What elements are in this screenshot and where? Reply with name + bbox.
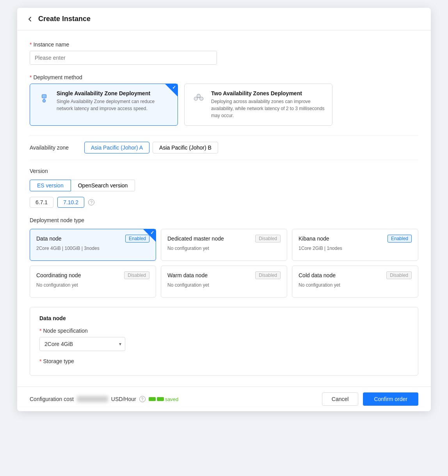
node-type-label: Deployment node type bbox=[30, 217, 418, 223]
cold-data-node-title: Cold data node bbox=[299, 272, 336, 278]
data-node-header: Data node Enabled bbox=[36, 235, 149, 242]
deployment-method-label: * Deployment method bbox=[30, 74, 418, 80]
page-title: Create Instance bbox=[38, 15, 91, 23]
availability-zone-row: Availability zone Asia Pacific (Johor) A… bbox=[30, 135, 418, 160]
es-version-tab[interactable]: ES version bbox=[30, 180, 71, 191]
opensearch-version-tab[interactable]: OpenSearch version bbox=[71, 180, 135, 191]
svg-rect-0 bbox=[42, 94, 46, 98]
back-button[interactable] bbox=[27, 16, 34, 23]
cancel-button[interactable]: Cancel bbox=[322, 392, 359, 406]
cold-data-node-info: No configuration yet bbox=[299, 282, 412, 288]
warm-data-node-header: Warm data node Disabled bbox=[167, 271, 281, 279]
svg-point-4 bbox=[200, 97, 203, 100]
required-star-4: * bbox=[39, 358, 41, 364]
kibana-node-card[interactable]: Kibana node Enabled 1Core 2GiB | 1nodes bbox=[292, 229, 418, 261]
node-spec-field: * Node specification 1Core 2GiB 2Core 4G… bbox=[39, 328, 409, 351]
instance-name-label: * Instance name bbox=[30, 41, 418, 48]
warm-data-node-card[interactable]: Warm data node Disabled No configuration… bbox=[161, 266, 287, 298]
saved-seg-2 bbox=[157, 397, 164, 401]
dedicated-master-header: Dedicated master node Disabled bbox=[167, 235, 281, 242]
version-671[interactable]: 6.7.1 bbox=[30, 197, 53, 208]
version-options: 6.7.1 7.10.2 ? bbox=[30, 197, 418, 208]
cost-unit: USD/Hour bbox=[111, 396, 136, 402]
cost-value-blur bbox=[77, 396, 108, 402]
two-az-title: Two Availability Zones Deployment bbox=[211, 90, 326, 96]
footer-actions: Cancel Confirm order bbox=[322, 392, 418, 406]
version-help-icon[interactable]: ? bbox=[88, 199, 94, 205]
cost-help-icon[interactable]: ? bbox=[139, 396, 146, 402]
deployment-node-type-section: Deployment node type Data node Enabled 2… bbox=[30, 217, 418, 298]
two-az-card[interactable]: Two Availability Zones Deployment Deploy… bbox=[184, 84, 332, 126]
node-grid-row1: Data node Enabled 2Core 4GiB | 100GiB | … bbox=[30, 229, 418, 261]
confirm-order-button[interactable]: Confirm order bbox=[363, 392, 418, 406]
modal-body: * Instance name * Deployment method bbox=[17, 30, 431, 387]
version-label: Version bbox=[30, 168, 418, 174]
create-instance-modal: Create Instance * Instance name * Deploy… bbox=[17, 8, 431, 411]
two-zone-icon bbox=[191, 90, 206, 106]
warm-data-node-title: Warm data node bbox=[167, 272, 208, 278]
required-star: * bbox=[30, 41, 32, 48]
single-zone-icon bbox=[36, 90, 52, 106]
cold-data-node-header: Cold data node Disabled bbox=[299, 271, 412, 279]
dedicated-master-info: No configuration yet bbox=[167, 246, 281, 251]
kibana-node-info: 1Core 2GiB | 1nodes bbox=[299, 246, 412, 251]
warm-data-node-badge: Disabled bbox=[255, 271, 281, 279]
coordinating-node-card[interactable]: Coordinating node Disabled No configurat… bbox=[30, 266, 156, 298]
node-spec-select-wrap: 1Core 2GiB 2Core 4GiB 4Core 8GiB 8Core 1… bbox=[39, 337, 125, 351]
coordinating-node-info: No configuration yet bbox=[36, 282, 149, 288]
version-7102[interactable]: 7.10.2 bbox=[57, 197, 84, 208]
saved-bar: saved bbox=[149, 396, 179, 402]
node-spec-label: * Node specification bbox=[39, 328, 409, 334]
deployment-cards: Single Availability Zone Deployment Sing… bbox=[30, 84, 418, 126]
required-star-2: * bbox=[30, 74, 32, 80]
warm-data-node-info: No configuration yet bbox=[167, 282, 281, 288]
kibana-node-header: Kibana node Enabled bbox=[299, 235, 412, 242]
single-az-content: Single Availability Zone Deployment Sing… bbox=[57, 90, 171, 112]
instance-name-input[interactable] bbox=[30, 51, 217, 65]
instance-name-section: * Instance name bbox=[30, 41, 418, 65]
saved-seg-1 bbox=[149, 397, 156, 401]
dedicated-master-title: Dedicated master node bbox=[167, 235, 224, 242]
node-spec-select[interactable]: 1Core 2GiB 2Core 4GiB 4Core 8GiB 8Core 1… bbox=[39, 337, 125, 351]
two-az-desc: Deploying across availability zones can … bbox=[211, 98, 326, 119]
cold-data-node-card[interactable]: Cold data node Disabled No configuration… bbox=[292, 266, 418, 298]
kibana-node-title: Kibana node bbox=[299, 235, 329, 242]
az-btn-johor-b[interactable]: Asia Pacific (Johor) B bbox=[153, 142, 218, 153]
version-section: Version ES version OpenSearch version 6.… bbox=[30, 168, 418, 208]
az-label: Availability zone bbox=[30, 144, 76, 151]
selected-check-badge bbox=[165, 84, 178, 96]
svg-point-3 bbox=[194, 97, 197, 100]
single-az-desc: Single Availability Zone deployment can … bbox=[57, 98, 171, 112]
modal-header: Create Instance bbox=[17, 8, 431, 30]
single-az-title: Single Availability Zone Deployment bbox=[57, 90, 171, 96]
dedicated-master-node-card[interactable]: Dedicated master node Disabled No config… bbox=[161, 229, 287, 261]
deployment-method-section: * Deployment method Single Availa bbox=[30, 74, 418, 126]
data-node-check bbox=[143, 229, 156, 242]
data-node-section-title: Data node bbox=[39, 315, 409, 321]
node-grid-row2: Coordinating node Disabled No configurat… bbox=[30, 266, 418, 298]
dedicated-master-badge: Disabled bbox=[255, 235, 281, 242]
cost-info: Configuration cost USD/Hour ? saved bbox=[30, 396, 178, 402]
cost-label: Configuration cost bbox=[30, 396, 74, 402]
data-node-config-section: Data node * Node specification 1Core 2Gi… bbox=[30, 307, 418, 376]
storage-type-label: * Storage type bbox=[39, 358, 409, 364]
coordinating-node-title: Coordinating node bbox=[36, 272, 81, 278]
coordinating-node-badge: Disabled bbox=[124, 271, 149, 279]
two-az-content: Two Availability Zones Deployment Deploy… bbox=[211, 90, 326, 119]
storage-type-field: * Storage type bbox=[39, 358, 409, 364]
single-az-card[interactable]: Single Availability Zone Deployment Sing… bbox=[30, 84, 178, 126]
kibana-node-badge: Enabled bbox=[388, 235, 412, 242]
cold-data-node-badge: Disabled bbox=[386, 271, 412, 279]
svg-point-5 bbox=[197, 94, 201, 98]
data-node-card[interactable]: Data node Enabled 2Core 4GiB | 100GiB | … bbox=[30, 229, 156, 261]
data-node-info: 2Core 4GiB | 100GiB | 3nodes bbox=[36, 246, 149, 251]
modal-footer: Configuration cost USD/Hour ? saved Canc… bbox=[17, 387, 431, 411]
coordinating-node-header: Coordinating node Disabled bbox=[36, 271, 149, 279]
version-tabs: ES version OpenSearch version bbox=[30, 180, 418, 191]
svg-point-1 bbox=[43, 100, 45, 102]
az-btn-johor-a[interactable]: Asia Pacific (Johor) A bbox=[84, 142, 149, 153]
required-star-3: * bbox=[39, 328, 41, 334]
saved-label: saved bbox=[165, 396, 179, 402]
data-node-title: Data node bbox=[36, 235, 62, 242]
